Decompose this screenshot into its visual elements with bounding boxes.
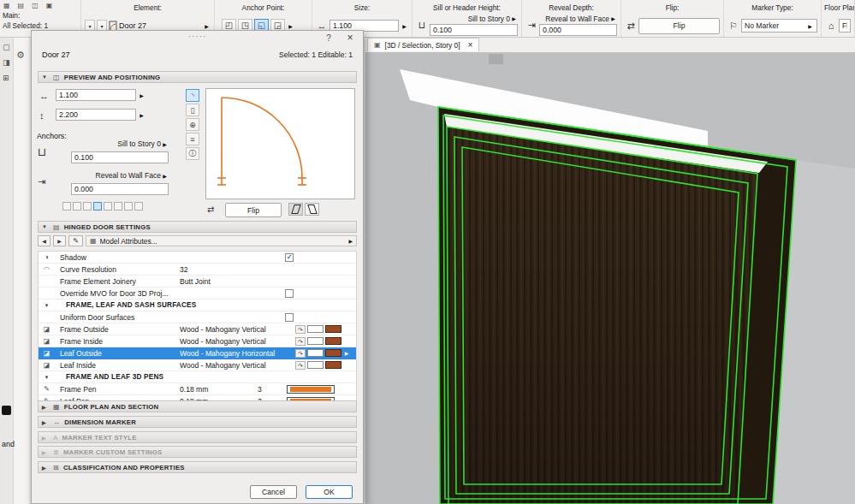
override-mvo-checkbox[interactable]	[285, 289, 294, 298]
tool-swatch[interactable]	[2, 406, 11, 415]
section-marker-text-style[interactable]: ▶ A MARKER TEXT STYLE	[38, 431, 357, 443]
anchor-toggle[interactable]	[83, 202, 92, 210]
box-icon[interactable]: ▣	[46, 2, 53, 9]
pen-color-swatch[interactable]	[287, 385, 335, 394]
settings-row-leaf-inside[interactable]: ◪ Leaf Inside Wood - Mahogany Vertical ↷	[39, 359, 356, 371]
sill-offset-input[interactable]: 0.100	[71, 151, 169, 163]
surface-swatch-secondary[interactable]	[307, 337, 324, 345]
ok-button[interactable]: OK	[306, 485, 353, 499]
settings-row-frame-pen[interactable]: ✎ Frame Pen 0.18 mm 3	[39, 383, 356, 395]
tab-close-icon[interactable]: ×	[468, 40, 473, 50]
model-attributes-dropdown[interactable]: ▦ Model Attributes... ▶	[86, 235, 357, 246]
tool-square-icon[interactable]: ▢	[3, 43, 10, 51]
list-preview-button[interactable]: ≡	[186, 133, 199, 145]
settings-row-override-mvo[interactable]: Override MVO for Door 3D Proj...	[39, 288, 356, 299]
settings-row-leaf-outside[interactable]: ◪ Leaf Outside Wood - Mahogany Horizonta…	[39, 347, 356, 359]
reveal-depth-input[interactable]: 0.000	[539, 24, 617, 36]
sill-anchor-combo[interactable]: Sill to Story 0 ▶	[71, 139, 169, 149]
panel-icon[interactable]: ◫	[32, 2, 39, 9]
forward-button[interactable]: ▶	[53, 235, 66, 246]
edit-settings-button[interactable]: ✎	[68, 235, 83, 246]
link-icon[interactable]: ↷	[295, 361, 306, 370]
door-preview-box[interactable]	[205, 88, 355, 199]
plan-preview-button[interactable]: ◝	[186, 89, 199, 102]
size-flyout-arrow[interactable]: ▶	[401, 23, 408, 29]
element-flyout-arrow[interactable]: ▶	[203, 23, 211, 29]
uniform-surfaces-checkbox[interactable]	[285, 313, 294, 322]
link-icon[interactable]: ↷	[295, 349, 306, 358]
gear-icon[interactable]: ⚙	[16, 50, 25, 61]
sill-height-input[interactable]: 0.100	[430, 24, 518, 36]
settings-row-frame-joinery[interactable]: Frame Element Joinery Butt Joint	[39, 276, 356, 288]
section-classification-properties[interactable]: ▶ ⊞ CLASSIFICATION AND PROPERTIES	[38, 461, 357, 473]
settings-row-curve-resolution[interactable]: ◠ Curve Resolution 32	[39, 264, 356, 276]
3d-preview-button[interactable]: ⊕	[186, 118, 199, 131]
subsection-surfaces[interactable]: ▼ FRAME, LEAF AND SASH SURFACES	[39, 299, 356, 311]
section-marker-custom-settings[interactable]: ▶ ≣ MARKER CUSTOM SETTINGS	[38, 446, 357, 458]
subsection-3d-pens[interactable]: ▼ FRAME AND LEAF 3D PENS	[39, 371, 356, 383]
settings-row-uniform-surfaces[interactable]: Uniform Door Surfaces	[39, 311, 356, 323]
surface-swatch-color[interactable]	[325, 361, 341, 369]
height-flyout-arrow[interactable]: ▶	[137, 109, 146, 121]
door-width-input[interactable]: 1.100	[56, 89, 136, 101]
section-hinged-door-settings[interactable]: ▼ ▤ HINGED DOOR SETTINGS	[38, 221, 357, 233]
anchor-toggle[interactable]	[104, 202, 112, 210]
anchor-toggle[interactable]	[73, 202, 81, 210]
anchor-toggle[interactable]	[114, 202, 122, 210]
drag-handle-icon[interactable]: ·····	[188, 32, 207, 41]
surface-swatch-color[interactable]	[325, 337, 341, 345]
grid-icon[interactable]: ▦	[3, 2, 10, 9]
section-floor-plan-and-section[interactable]: ▶ ▦ FLOOR PLAN AND SECTION	[38, 400, 357, 412]
dialog-titlebar[interactable]: ····· ? ×	[32, 31, 363, 46]
anchor-flyout-arrow[interactable]: ▶	[287, 23, 294, 29]
help-button[interactable]: ?	[324, 33, 334, 43]
reveal-icon: ⇥	[525, 20, 537, 31]
curve-icon: ◠	[41, 265, 52, 273]
3d-viewport[interactable]: ▣ [3D / Selection, Story 0] ×	[365, 38, 855, 504]
anchor-toggle[interactable]	[62, 202, 71, 210]
elevation-preview-button[interactable]: ▯	[186, 104, 199, 116]
reveal-anchor-combo[interactable]: Reveal to Wall Face ▶	[71, 170, 169, 181]
settings-row-frame-inside[interactable]: ◪ Frame Inside Wood - Mahogany Vertical …	[39, 335, 356, 347]
reveal-offset-input[interactable]: 0.000	[71, 183, 169, 195]
viewport-tab-3d[interactable]: ▣ [3D / Selection, Story 0] ×	[367, 38, 479, 51]
surface-swatch-secondary[interactable]	[307, 325, 324, 333]
width-flyout-arrow[interactable]: ▶	[137, 89, 146, 101]
settings-row-frame-outside[interactable]: ◪ Frame Outside Wood - Mahogany Vertical…	[39, 323, 356, 335]
layers-icon[interactable]: ▤	[18, 2, 25, 9]
surface-swatch-color[interactable]	[325, 325, 341, 333]
section-dimension-marker[interactable]: ▶ ↔ DIMENSION MARKER	[38, 416, 357, 428]
row-value: Wood - Mahogany Vertical	[180, 361, 295, 370]
link-icon[interactable]: ↷	[295, 337, 306, 346]
flip-button[interactable]: Flip	[638, 18, 720, 34]
3d-scene[interactable]	[365, 52, 855, 504]
dialog-flip-button[interactable]: Flip	[225, 203, 282, 217]
anchor-toggle[interactable]	[124, 202, 133, 210]
info-button[interactable]: ⓘ	[186, 147, 199, 160]
mirror-left-button[interactable]	[288, 203, 303, 216]
marker-type-select[interactable]: No Marker ▶	[741, 19, 817, 33]
section-preview-positioning[interactable]: ▼ ◫ PREVIEW AND POSITIONING	[38, 71, 357, 83]
surface-swatch-secondary[interactable]	[307, 361, 324, 369]
element-selector[interactable]: Door 27	[119, 21, 201, 30]
reveal-mode-combo[interactable]: Reveal to Wall Face ▶	[539, 15, 617, 23]
shadow-checkbox[interactable]: ✓	[285, 253, 294, 262]
door-height-input[interactable]: 2.200	[56, 109, 136, 121]
anchor-toggle-selected[interactable]	[93, 202, 102, 210]
cancel-button[interactable]: Cancel	[250, 485, 297, 499]
back-button[interactable]: ◀	[38, 235, 50, 246]
mirror-right-button[interactable]	[305, 203, 319, 216]
floorplan-select[interactable]: Flo	[839, 19, 851, 33]
surface-swatch-secondary[interactable]	[307, 349, 324, 357]
link-icon[interactable]: ↷	[295, 325, 306, 334]
left-panel-partial-text: and	[2, 440, 15, 448]
close-button[interactable]: ×	[345, 32, 355, 44]
marker-combo-arrow: ▶	[806, 23, 814, 29]
settings-row-shadow[interactable]: ◑ Shadow ✓	[39, 252, 356, 264]
tool-wall-icon[interactable]: ◨	[3, 58, 10, 67]
anchor-toggle[interactable]	[134, 202, 143, 210]
sill-mode-combo[interactable]: Sill to Story 0 ▶	[430, 15, 518, 23]
tool-grid-icon[interactable]: ⊞	[3, 74, 9, 82]
surface-swatch-color[interactable]	[325, 349, 341, 357]
row-expand-arrow[interactable]: ▶	[343, 350, 350, 356]
